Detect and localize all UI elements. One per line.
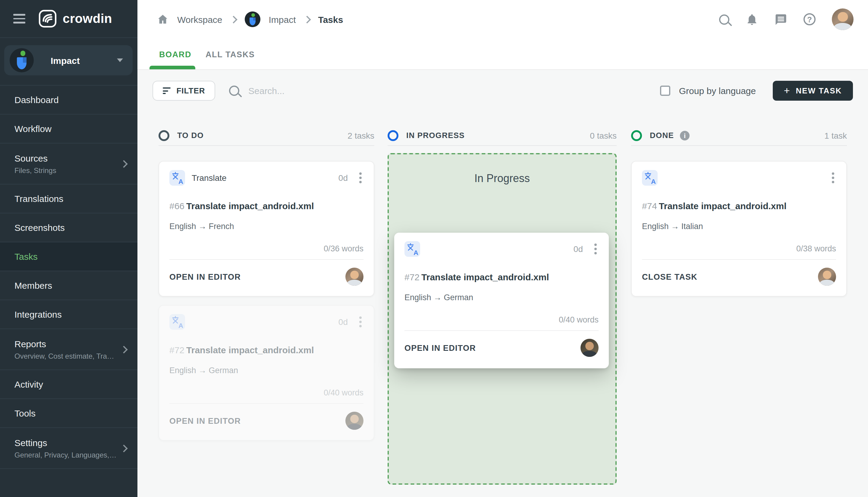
task-count: 0 tasks [590, 130, 617, 140]
status-circle-todo [158, 130, 169, 141]
task-duration: 0d [339, 317, 348, 327]
sidebar-item-activity[interactable]: Activity [0, 370, 138, 399]
open-in-editor-button[interactable]: OPEN IN EDITOR [169, 272, 241, 281]
translate-task-icon: A [169, 170, 185, 186]
task-title: #66Translate impact_android.xml [169, 200, 364, 212]
hamburger-menu-icon[interactable] [13, 14, 25, 24]
project-logo [10, 48, 34, 72]
topbar: Workspace Impact Tasks ? [138, 0, 868, 39]
new-task-button[interactable]: + NEW TASK [773, 81, 853, 101]
task-count: 1 task [824, 130, 847, 140]
assignee-avatar[interactable] [345, 268, 364, 286]
task-title: #72Translate impact_android.xml [169, 344, 364, 356]
tabbar: BOARD ALL TASKS [138, 39, 868, 70]
assignee-avatar[interactable] [818, 268, 836, 286]
kebab-menu-icon[interactable] [831, 171, 836, 184]
notifications-bell-icon[interactable] [746, 13, 758, 26]
sidebar-item-reports[interactable]: Reports Overview, Cost estimate, Transl.… [0, 329, 138, 370]
task-card-72-dragging[interactable]: A 0d #72Translate impact_android.xml Eng… [394, 233, 609, 368]
breadcrumb-project[interactable]: Impact [269, 14, 296, 25]
project-selector[interactable]: Impact [4, 45, 133, 75]
task-card-66[interactable]: A Translate 0d #66Translate impact_andro… [158, 161, 374, 297]
user-avatar[interactable] [832, 9, 854, 30]
breadcrumb-workspace[interactable]: Workspace [177, 14, 223, 25]
chevron-down-icon [117, 58, 123, 62]
column-done-header: DONE i 1 task [631, 125, 847, 146]
tab-board[interactable]: BOARD [159, 39, 191, 70]
breadcrumb-project-avatar[interactable] [245, 12, 260, 27]
info-icon[interactable]: i [680, 130, 689, 140]
kebab-menu-icon [358, 315, 363, 328]
chevron-right-icon [230, 15, 237, 23]
task-word-progress: 0/40 words [169, 388, 364, 397]
active-tab-indicator [150, 66, 195, 69]
sidebar-header: crowdin [0, 0, 138, 38]
crowdin-app: crowdin Impact Dashboard Workflow Source… [0, 0, 868, 497]
crowdin-logo-icon [39, 10, 57, 28]
kebab-menu-icon[interactable] [358, 171, 363, 184]
sidebar-item-dashboard[interactable]: Dashboard [0, 86, 138, 115]
translate-task-icon: A [404, 241, 420, 257]
topbar-actions: ? [719, 9, 854, 30]
status-circle-done [631, 130, 642, 141]
task-word-progress: 0/38 words [642, 244, 836, 253]
translate-task-icon: A [169, 314, 185, 330]
search-icon[interactable] [719, 14, 729, 25]
sidebar-item-workflow[interactable]: Workflow [0, 115, 138, 143]
column-todo: TO DO 2 tasks A Translate 0d #66Translat… [158, 125, 374, 441]
column-done: DONE i 1 task A #74Translate impact_andr… [631, 125, 847, 297]
tab-all-tasks[interactable]: ALL TASKS [205, 39, 255, 70]
close-task-button[interactable]: CLOSE TASK [642, 272, 697, 281]
plus-icon: + [784, 86, 790, 96]
sidebar-item-settings[interactable]: Settings General, Privacy, Languages, Q.… [0, 428, 138, 469]
breadcrumb-current-page: Tasks [318, 14, 343, 25]
messages-icon[interactable] [774, 13, 787, 26]
column-in-progress: IN PROGRESS 0 tasks In Progress A 0d #72… [388, 125, 617, 485]
help-icon[interactable]: ? [803, 13, 815, 25]
group-by-language-checkbox[interactable] [660, 86, 671, 96]
task-title: #74Translate impact_android.xml [642, 200, 836, 212]
task-word-progress: 0/36 words [169, 244, 364, 253]
sidebar-item-sources[interactable]: Sources Files, Strings [0, 143, 138, 184]
home-icon[interactable] [157, 13, 169, 25]
task-word-progress: 0/40 words [404, 315, 599, 324]
crowdin-logo[interactable]: crowdin [39, 10, 112, 28]
sidebar-item-tools[interactable]: Tools [0, 399, 138, 428]
drop-zone-label: In Progress [474, 172, 530, 185]
toolbar-right: Group by language + NEW TASK [660, 81, 853, 101]
assignee-avatar[interactable] [581, 339, 599, 357]
filter-button[interactable]: FILTER [153, 81, 215, 101]
chevron-right-icon [303, 15, 311, 23]
task-language-pair: English → French [169, 222, 364, 231]
task-title: #72Translate impact_android.xml [404, 271, 599, 283]
sidebar-item-integrations[interactable]: Integrations [0, 300, 138, 329]
task-duration: 0d [339, 173, 348, 183]
sidebar-item-tasks[interactable]: Tasks [0, 242, 138, 271]
sidebar: crowdin Impact Dashboard Workflow Source… [0, 0, 138, 497]
open-in-editor-button[interactable]: OPEN IN EDITOR [404, 343, 476, 352]
open-in-editor-button: OPEN IN EDITOR [169, 416, 241, 425]
task-language-pair: English → German [404, 293, 599, 302]
task-language-pair: English → Italian [642, 222, 836, 231]
breadcrumb: Workspace Impact Tasks [157, 12, 343, 27]
sidebar-item-screenshots[interactable]: Screenshots [0, 213, 138, 242]
translate-task-icon: A [642, 170, 658, 186]
search-input[interactable] [247, 85, 406, 97]
filter-icon [162, 87, 170, 94]
task-card-74[interactable]: A #74Translate impact_android.xml Englis… [631, 161, 847, 297]
sidebar-nav: Dashboard Workflow Sources Files, String… [0, 85, 138, 469]
search-bar [229, 81, 406, 101]
sidebar-item-members[interactable]: Members [0, 271, 138, 300]
task-type-label: Translate [192, 173, 227, 183]
kebab-menu-icon[interactable] [593, 242, 598, 256]
column-in-progress-header: IN PROGRESS 0 tasks [388, 125, 617, 146]
task-duration: 0d [573, 244, 583, 254]
crowdin-wordmark: crowdin [63, 12, 112, 26]
project-name: Impact [51, 55, 80, 66]
task-card-72-ghost: A 0d #72Translate impact_android.xml Eng… [158, 305, 374, 441]
status-circle-in-progress [388, 130, 398, 141]
assignee-avatar [345, 412, 364, 430]
board-content: FILTER Group by language + NEW TASK TO D… [138, 70, 868, 497]
search-icon [229, 86, 239, 96]
sidebar-item-translations[interactable]: Translations [0, 184, 138, 213]
